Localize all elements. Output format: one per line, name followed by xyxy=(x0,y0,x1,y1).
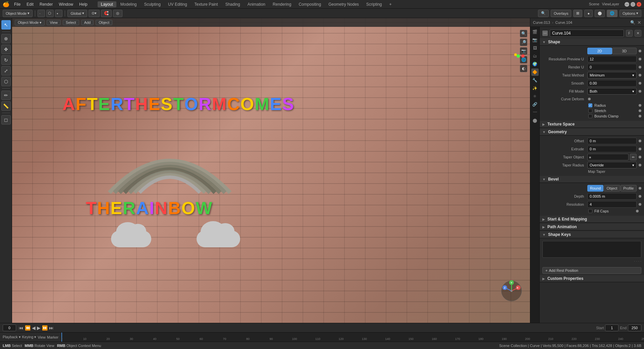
timeline-view-btn[interactable]: View xyxy=(38,335,46,339)
play-reverse-btn[interactable]: ◀ xyxy=(32,325,36,331)
maximize-button[interactable]: □ xyxy=(631,2,635,7)
playback-current-frame[interactable]: 0 xyxy=(3,325,16,331)
viewport-overlays[interactable]: Overlays xyxy=(551,10,571,17)
workspace-sculpting[interactable]: Sculpting xyxy=(141,1,164,7)
workspace-add[interactable]: + xyxy=(386,1,395,7)
taper-edit-btn[interactable]: ✏ xyxy=(630,154,637,160)
props-world-icon[interactable]: 🌍 xyxy=(531,60,539,68)
search-btn[interactable]: 🔍 xyxy=(538,10,549,17)
stretch-checkbox[interactable] xyxy=(588,109,592,113)
shape-section-header[interactable]: ▼ Shape xyxy=(540,39,644,46)
select-tool[interactable]: ↖ xyxy=(1,20,11,30)
depth-dot[interactable] xyxy=(639,195,641,198)
menu-help[interactable]: Help xyxy=(76,1,90,7)
timeline-keying-btn[interactable]: Keying ▾ xyxy=(22,335,37,339)
blender-logo[interactable]: 🍊 xyxy=(3,1,9,7)
toggle-3d[interactable]: 3D xyxy=(612,48,637,54)
select-mode-face[interactable]: ▪ xyxy=(55,10,62,17)
taper-radius-dropdown[interactable]: Override ▾ xyxy=(587,162,637,168)
measure-tool[interactable]: 📏 xyxy=(1,101,11,111)
workspace-compositing[interactable]: Compositing xyxy=(295,1,324,7)
workspace-texture-paint[interactable]: Texture Paint xyxy=(191,1,221,7)
taper-object-input[interactable]: ■ xyxy=(587,154,629,160)
start-end-header[interactable]: ▶ Start & End Mapping xyxy=(540,216,644,223)
breadcrumb-current[interactable]: Curve.104 xyxy=(555,20,572,24)
viewport-object-btn[interactable]: Object xyxy=(96,20,112,25)
timeline-bar[interactable]: Playback ▾ Keying ▾ View Marker 01020304… xyxy=(0,332,644,342)
annotate-tool[interactable]: ✏ xyxy=(1,91,11,100)
end-frame-input[interactable]: 250 xyxy=(628,325,641,331)
props-output-icon[interactable]: 🖼 xyxy=(531,44,539,52)
transform-pivot[interactable]: ⊙▾ xyxy=(89,10,100,17)
res-preview-value[interactable]: 12 xyxy=(587,56,637,62)
smooth-dot[interactable] xyxy=(639,82,641,85)
rotate-tool[interactable]: ↻ xyxy=(1,55,11,65)
zoom-in-btn[interactable]: 🔍 xyxy=(520,30,527,37)
start-frame-input[interactable]: 1 xyxy=(605,325,619,331)
viewport-gizmo[interactable]: X Y Z xyxy=(500,279,523,303)
shading-material[interactable]: ⬤ xyxy=(595,10,605,17)
xray-toggle[interactable]: ⊠ xyxy=(573,10,582,17)
scale-tool[interactable]: ⤢ xyxy=(1,66,11,76)
select-mode-vert[interactable]: · xyxy=(38,10,45,17)
camera-view-btn[interactable]: 📷 xyxy=(520,47,527,55)
cursor-tool[interactable]: ⊕ xyxy=(1,34,11,43)
bevel-res-value[interactable]: 4 xyxy=(587,201,637,208)
fill-mode-dropdown[interactable]: Both ▾ xyxy=(587,88,637,95)
timeline-ruler[interactable]: 0102030405060708090100110120130140150160… xyxy=(61,333,644,342)
move-tool[interactable]: ✥ xyxy=(1,45,11,54)
menu-file[interactable]: File xyxy=(11,1,23,7)
props-object-data-icon[interactable]: 〰 xyxy=(531,109,539,116)
bevel-round-btn[interactable]: Round xyxy=(587,185,603,192)
twist-method-dropdown[interactable]: Minimum ▾ xyxy=(587,72,637,79)
menu-window[interactable]: Window xyxy=(56,1,76,7)
props-material-icon[interactable]: ⬤ xyxy=(531,117,539,124)
props-view-layer-icon[interactable]: 🗂 xyxy=(531,52,539,60)
close-button[interactable]: × xyxy=(637,2,641,7)
geometry-section-header[interactable]: ▼ Geometry xyxy=(540,129,644,136)
options-btn[interactable]: Options ▾ xyxy=(620,10,641,17)
bevel-res-dot[interactable] xyxy=(639,203,641,206)
zoom-out-btn[interactable]: 🔎 xyxy=(520,39,527,46)
shading-render[interactable]: 🌐 xyxy=(607,10,618,17)
props-scene-icon[interactable]: 🎬 xyxy=(531,28,539,36)
workspace-layout[interactable]: Layout xyxy=(98,1,116,7)
panel-close-btn[interactable]: ✕ xyxy=(637,20,641,25)
menu-edit[interactable]: Edit xyxy=(24,1,36,7)
radius-checkbox[interactable] xyxy=(588,103,592,107)
render-u-dot[interactable] xyxy=(639,66,641,68)
minimize-button[interactable]: — xyxy=(625,2,629,7)
custom-props-header[interactable]: ▶ Custom Properties xyxy=(540,275,644,282)
search-icon[interactable]: 🔍 xyxy=(630,20,635,25)
select-mode-edge[interactable]: ⬡ xyxy=(46,10,54,17)
play-btn[interactable]: ▶ xyxy=(37,325,41,331)
map-taper-label[interactable]: Map Taper xyxy=(588,169,605,173)
viewport-view-btn[interactable]: View xyxy=(47,20,61,25)
bevel-profile-btn[interactable]: Profile xyxy=(621,185,637,192)
add-rest-position-btn[interactable]: + Add Rest Position xyxy=(542,267,641,274)
bevel-section-header[interactable]: ▼ Bevel xyxy=(540,176,644,183)
menu-render[interactable]: Render xyxy=(37,1,55,7)
prev-keyframe-btn[interactable]: ⏪ xyxy=(25,325,31,331)
breadcrumb-parent[interactable]: Curve.013 xyxy=(533,20,550,24)
path-animation-header[interactable]: ▶ Path Animation xyxy=(540,223,644,231)
render-view-btn[interactable]: ◐ xyxy=(520,65,527,72)
workspace-shading[interactable]: Shading xyxy=(222,1,244,7)
jump-start-btn[interactable]: ⏮ xyxy=(19,325,23,331)
props-particles-icon[interactable]: ✨ xyxy=(531,85,539,92)
fake-user-btn[interactable]: F xyxy=(626,30,633,37)
bounds-clamp-checkbox[interactable] xyxy=(588,114,592,118)
offset-value[interactable]: 0 m xyxy=(587,138,637,144)
props-constraints-icon[interactable]: 🔗 xyxy=(531,101,539,108)
props-physics-icon[interactable]: ⚛ xyxy=(531,93,539,100)
workspace-uv-editing[interactable]: UV Editing xyxy=(165,1,191,7)
unlink-btn[interactable]: ✕ xyxy=(635,30,641,37)
workspace-scripting[interactable]: Scripting xyxy=(363,1,385,7)
toggle-2d[interactable]: 2D xyxy=(587,48,612,54)
extrude-value[interactable]: 0 m xyxy=(587,146,637,152)
props-modifier-icon[interactable]: 🔧 xyxy=(531,77,539,84)
props-render-icon[interactable]: 📷 xyxy=(531,36,539,44)
fill-caps-checkbox[interactable] xyxy=(588,209,592,213)
texture-space-header[interactable]: ▶ Texture Space xyxy=(540,121,644,128)
smooth-value[interactable]: 0.00 xyxy=(587,80,637,87)
